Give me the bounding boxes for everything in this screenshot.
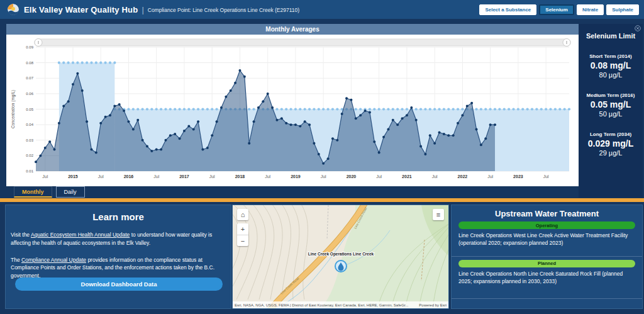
tab-monthly[interactable]: Monthly (14, 186, 52, 198)
learn-more-title: Learn more (6, 211, 231, 222)
elk-valley-logo-icon (8, 4, 19, 15)
selenium-button[interactable]: Selenium (539, 4, 574, 15)
divider (452, 298, 642, 299)
expand-icon[interactable] (635, 25, 641, 31)
svg-text:2022: 2022 (458, 174, 468, 179)
top-app-bar: Elk Valley Water Quality Hub | Complianc… (0, 0, 644, 19)
short-term-mg: 0.08 mg/L (579, 60, 643, 70)
monthly-averages-panel: Monthly Averages 0.010.020.030.040.050.0… (6, 24, 579, 186)
svg-text:0.02: 0.02 (26, 154, 33, 157)
planned-status-badge: Planned (458, 260, 635, 267)
gold-divider-bar (0, 198, 644, 202)
location-map[interactable]: Line Creek RoadLine Creek RoadLine Creek… (232, 205, 449, 309)
map-zoom-in-button[interactable]: + (237, 223, 248, 235)
download-dashboard-data-button[interactable]: Download Dashboard Data (15, 278, 223, 291)
svg-text:2019: 2019 (291, 174, 301, 179)
monthly-averages-chart[interactable]: 0.010.020.030.040.050.060.070.080.09Jul2… (6, 35, 579, 186)
svg-text:2020: 2020 (347, 174, 357, 179)
divider (452, 256, 642, 257)
short-term-limit: Short Term (2014) 0.08 mg/L 80 µg/L (579, 53, 643, 79)
svg-text:Jul: Jul (42, 174, 48, 179)
operating-status-badge: Operating (458, 221, 635, 229)
svg-text:Jul: Jul (209, 174, 215, 179)
svg-text:0.07: 0.07 (26, 76, 33, 80)
svg-text:Jul: Jul (265, 174, 270, 179)
map-home-button[interactable]: ⌂ (237, 209, 248, 220)
svg-text:Jul: Jul (98, 174, 104, 179)
svg-text:0.04: 0.04 (26, 123, 33, 126)
hamburger-icon: ≡ (436, 211, 440, 218)
svg-text:2016: 2016 (124, 174, 134, 179)
upstream-title: Upstream Water Treatment (452, 209, 642, 218)
svg-text:2023: 2023 (513, 174, 523, 179)
long-term-ug: 29 µg/L (579, 149, 643, 157)
svg-text:2021: 2021 (402, 174, 412, 179)
svg-text:0.09: 0.09 (26, 45, 33, 49)
map-attribution: Esri, NASA, NGA, USGS, FEMA | District o… (233, 301, 448, 308)
map-zoom-out-button[interactable]: − (237, 235, 248, 246)
p1-pre: Visit the (11, 232, 31, 238)
medium-term-limit: Medium Term (2016) 0.05 mg/L 50 µg/L (579, 93, 643, 118)
svg-text:2015: 2015 (68, 174, 78, 179)
map-attribution-text: Esri, NASA, NGA, USGS, FEMA | District o… (235, 303, 415, 307)
app-title: Elk Valley Water Quality Hub (24, 5, 138, 14)
chart-tabs: Monthly Daily (6, 186, 85, 198)
short-term-ug: 80 µg/L (579, 71, 643, 79)
powered-by-esri: Powered by Esri (415, 303, 447, 307)
planned-facility-text: Line Creek Operations North Line Creek S… (458, 271, 635, 286)
svg-text:Concentration (mg/L): Concentration (mg/L) (11, 90, 16, 128)
map-layers-button[interactable]: ≡ (433, 209, 444, 220)
select-a-substance-button[interactable]: Select a Substance (479, 4, 536, 15)
svg-text:0.03: 0.03 (26, 138, 33, 142)
svg-text:0.08: 0.08 (26, 61, 33, 65)
selenium-limit-panel: Selenium Limit Short Term (2014) 0.08 mg… (579, 24, 643, 198)
compliance-annual-update-link[interactable]: Compliance Annual Update (21, 257, 86, 263)
upstream-water-treatment-panel: Upstream Water Treatment Operating Line … (451, 205, 643, 309)
svg-text:Jul: Jul (153, 174, 159, 179)
long-term-label: Long Term (2034) (579, 132, 643, 137)
svg-text:0.05: 0.05 (26, 108, 33, 111)
svg-text:Jul: Jul (376, 174, 382, 179)
chart-title: Monthly Averages (6, 24, 579, 35)
compliance-point-marker[interactable] (335, 261, 347, 272)
svg-text:Jul: Jul (487, 174, 493, 179)
svg-text:0.06: 0.06 (26, 92, 33, 96)
operating-facility-text: Line Creek Operations West Line Creek Ac… (458, 232, 635, 247)
long-term-limit: Long Term (2034) 0.029 mg/L 29 µg/L (579, 132, 643, 157)
svg-text:2018: 2018 (235, 174, 245, 179)
substance-button-group: Select a Substance Selenium Nitrate Sulp… (479, 4, 639, 15)
svg-text:Jul: Jul (432, 174, 438, 179)
short-term-label: Short Term (2014) (579, 53, 643, 59)
svg-text:Jul: Jul (543, 174, 549, 179)
long-term-mg: 0.029 mg/L (579, 138, 643, 149)
map-marker-label: Line Creek Operations Line Creek (308, 252, 374, 257)
medium-term-label: Medium Term (2016) (579, 93, 643, 98)
medium-term-ug: 50 µg/L (579, 110, 643, 118)
title-separator: | (142, 5, 143, 14)
learn-more-panel: Learn more Visit the Aquatic Ecosystem H… (5, 205, 231, 309)
tab-daily[interactable]: Daily (56, 186, 85, 198)
svg-text:Jul: Jul (321, 174, 326, 179)
compliance-point-subtitle: Compliance Point: Line Creek Operations … (148, 6, 299, 13)
svg-text:0.01: 0.01 (26, 169, 33, 173)
aquatic-ecosystem-health-link[interactable]: Aquatic Ecosystem Health Annual Update (31, 232, 130, 238)
minus-icon: − (241, 237, 245, 245)
map-canvas[interactable]: Line Creek RoadLine Creek RoadLine Creek… (233, 205, 448, 308)
svg-text:2017: 2017 (179, 174, 189, 179)
learn-more-paragraph-1: Visit the Aquatic Ecosystem Health Annua… (11, 231, 226, 247)
nitrate-button[interactable]: Nitrate (577, 4, 604, 15)
limit-panel-title: Selenium Limit (579, 24, 643, 40)
home-icon: ⌂ (241, 211, 245, 218)
medium-term-mg: 0.05 mg/L (579, 99, 643, 109)
sulphate-button[interactable]: Sulphate (606, 4, 639, 15)
p2-pre: The (11, 257, 21, 263)
learn-more-paragraph-2: The Compliance Annual Update provides in… (11, 256, 226, 280)
plus-icon: + (241, 225, 245, 233)
chart-range-slider[interactable] (35, 39, 570, 47)
